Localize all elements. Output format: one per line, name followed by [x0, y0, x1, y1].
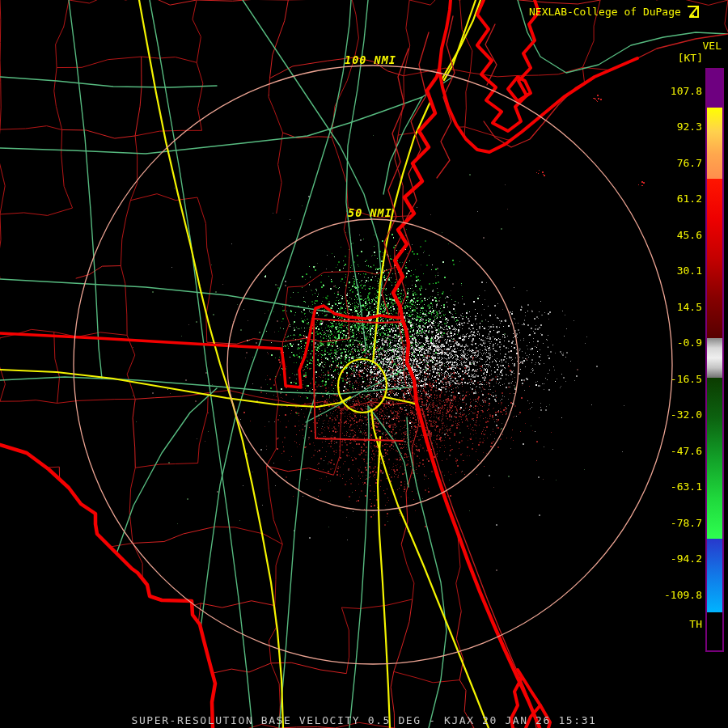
velocity-colorbar — [705, 68, 724, 652]
radar-map-canvas — [0, 0, 728, 728]
radar-viewer-screen: NEXLAB-College of DuPage 100 NMI 50 NMI … — [0, 0, 728, 728]
header: NEXLAB-College of DuPage — [529, 5, 700, 19]
colorbar-tick: 30.1 — [677, 265, 702, 277]
colorbar-tick: 92.3 — [677, 121, 702, 133]
colorbar-segment — [707, 338, 722, 378]
colorbar-kt-label: [KT] — [678, 52, 703, 64]
cod-logo-icon — [686, 5, 700, 19]
colorbar-segment — [707, 612, 722, 650]
colorbar-tick: 76.7 — [677, 157, 702, 170]
colorbar-segment — [707, 539, 722, 612]
colorbar-tick: -78.7 — [671, 517, 702, 530]
colorbar-threshold-label: TH — [689, 618, 702, 630]
colorbar-tick: -47.6 — [671, 445, 702, 458]
colorbar-tick: -32.0 — [671, 408, 702, 421]
colorbar-segment — [707, 378, 722, 539]
product-title: SUPER-RESOLUTION BASE VELOCITY 0.5 DEG -… — [0, 714, 728, 726]
colorbar-segment — [707, 70, 722, 108]
colorbar-tick: 61.2 — [677, 193, 702, 205]
colorbar-tick: -63.1 — [671, 480, 702, 493]
colorbar-tick: 14.5 — [677, 301, 702, 314]
colorbar-tick: -0.9 — [677, 336, 702, 349]
colorbar-unit-label: VEL — [703, 40, 722, 52]
range-ring-label-50nmi: 50 NMI — [348, 207, 392, 219]
header-title: NEXLAB-College of DuPage — [529, 6, 681, 18]
colorbar-tick: 107.8 — [671, 85, 702, 98]
colorbar-tick: -94.2 — [671, 552, 702, 565]
colorbar-segment — [707, 108, 722, 179]
colorbar-tick: -16.5 — [671, 373, 702, 386]
colorbar-tick: -109.8 — [664, 589, 702, 602]
colorbar-tick: 45.6 — [677, 229, 702, 242]
colorbar-segment — [707, 179, 722, 338]
range-ring-label-100nmi: 100 NMI — [345, 54, 396, 66]
